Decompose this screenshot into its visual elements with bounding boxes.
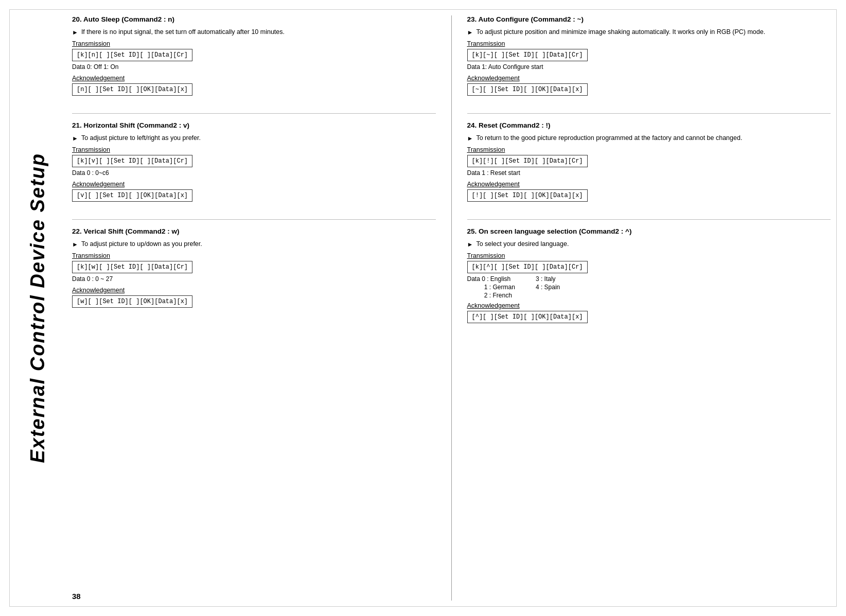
lang-data-0: Data 0 : English bbox=[467, 275, 515, 283]
section-24-transmission-label: Transmission bbox=[467, 146, 831, 153]
section-24-transmission-code: [k][!][ ][Set ID][ ][Data][Cr] bbox=[467, 155, 588, 167]
divider-23-24 bbox=[467, 113, 831, 114]
section-25-title: 25. On screen language selection (Comman… bbox=[467, 227, 831, 235]
lang-data-2: 2 : French bbox=[467, 292, 515, 299]
section-24-desc: ► To return to the good picture reproduc… bbox=[467, 133, 831, 143]
section-21-desc-text: To adjust picture to left/right as you p… bbox=[81, 133, 436, 143]
section-20-data-line: Data 0: Off 1: On bbox=[72, 63, 436, 71]
section-25-desc: ► To select your desired language. bbox=[467, 239, 831, 249]
section-23-desc: ► To adjust picture position and minimiz… bbox=[467, 27, 831, 37]
section-21-ack-code: [v][ ][Set ID][ ][OK][Data][x] bbox=[72, 189, 192, 202]
section-22-ack-code: [w][ ][Set ID][ ][OK][Data][x] bbox=[72, 295, 192, 308]
lang-data-1: 1 : German bbox=[467, 284, 515, 291]
section-21-transmission-code: [k][v][ ][Set ID][ ][Data][Cr] bbox=[72, 155, 192, 167]
right-column: 23. Auto Configure (Command2 : ~) ► To a… bbox=[452, 15, 831, 601]
section-23-transmission-code: [k][~][ ][Set ID][ ][Data][Cr] bbox=[467, 49, 588, 61]
section-24: 24. Reset (Command2 : !) ► To return to … bbox=[467, 121, 831, 204]
section-25-data: Data 0 : English 1 : German 2 : French 3… bbox=[467, 275, 831, 299]
section-24-ack-label: Acknowledgement bbox=[467, 181, 831, 188]
arrow-icon-21: ► bbox=[72, 134, 78, 143]
section-23-data-line: Data 1: Auto Configure start bbox=[467, 63, 831, 71]
section-21-data-line: Data 0 : 0~c6 bbox=[72, 169, 436, 177]
vertical-title: External Control Device Setup bbox=[9, 0, 66, 616]
section-22-ack-label: Acknowledgement bbox=[72, 287, 436, 294]
arrow-icon-25: ► bbox=[467, 240, 473, 249]
section-20-title: 20. Auto Sleep (Command2 : n) bbox=[72, 15, 436, 23]
section-20: 20. Auto Sleep (Command2 : n) ► If there… bbox=[72, 15, 436, 98]
section-22-desc-text: To adjust picture to up/down as you pref… bbox=[81, 239, 436, 249]
section-24-title: 24. Reset (Command2 : !) bbox=[467, 121, 831, 129]
section-21-transmission-label: Transmission bbox=[72, 146, 436, 153]
section-21-title: 21. Horizontal Shift (Command2 : v) bbox=[72, 121, 436, 129]
section-22-data-line: Data 0 : 0 ~ 27 bbox=[72, 275, 436, 283]
section-21: 21. Horizontal Shift (Command2 : v) ► To… bbox=[72, 121, 436, 204]
arrow-icon-24: ► bbox=[467, 134, 473, 143]
page-title-text: External Control Device Setup bbox=[27, 153, 49, 463]
lang-data-4: 4 : Spain bbox=[536, 284, 560, 291]
content-area: 20. Auto Sleep (Command2 : n) ► If there… bbox=[72, 15, 831, 601]
section-22-title: 22. Verical Shift (Command2 : w) bbox=[72, 227, 436, 235]
section-23-transmission-label: Transmission bbox=[467, 40, 831, 47]
section-22-transmission-label: Transmission bbox=[72, 252, 436, 259]
lang-col-2: 3 : Italy 4 : Spain bbox=[536, 275, 560, 299]
section-25-ack-label: Acknowledgement bbox=[467, 302, 831, 309]
left-column: 20. Auto Sleep (Command2 : n) ► If there… bbox=[72, 15, 452, 601]
section-25-transmission-code: [k][^][ ][Set ID][ ][Data][Cr] bbox=[467, 261, 588, 273]
section-25-ack-code: [^][ ][Set ID][ ][OK][Data][x] bbox=[467, 311, 588, 323]
section-20-desc: ► If there is no input signal, the set t… bbox=[72, 27, 436, 37]
section-20-transmission-code: [k][n][ ][Set ID][ ][Data][Cr] bbox=[72, 49, 192, 61]
divider-24-25 bbox=[467, 219, 831, 220]
section-20-transmission-label: Transmission bbox=[72, 40, 436, 47]
divider-20-21 bbox=[72, 113, 436, 114]
lang-col-1: Data 0 : English 1 : German 2 : French bbox=[467, 275, 515, 299]
section-22: 22. Verical Shift (Command2 : w) ► To ad… bbox=[72, 227, 436, 310]
section-20-ack-label: Acknowledgement bbox=[72, 75, 436, 82]
section-22-transmission-code: [k][w][ ][Set ID][ ][Data][Cr] bbox=[72, 261, 192, 273]
section-24-desc-text: To return to the good picture reproducti… bbox=[476, 133, 831, 143]
section-23-desc-text: To adjust picture position and minimize … bbox=[476, 27, 831, 37]
section-22-desc: ► To adjust picture to up/down as you pr… bbox=[72, 239, 436, 249]
section-25: 25. On screen language selection (Comman… bbox=[467, 227, 831, 325]
section-24-data-line: Data 1 : Reset start bbox=[467, 169, 831, 177]
two-column-layout: 20. Auto Sleep (Command2 : n) ► If there… bbox=[72, 15, 831, 601]
arrow-icon-22: ► bbox=[72, 240, 78, 249]
section-24-ack-code: [!][ ][Set ID][ ][OK][Data][x] bbox=[467, 189, 588, 202]
section-20-desc-text: If there is no input signal, the set tur… bbox=[81, 27, 436, 37]
section-23-title: 23. Auto Configure (Command2 : ~) bbox=[467, 15, 831, 23]
section-25-desc-text: To select your desired language. bbox=[476, 239, 831, 249]
section-25-transmission-label: Transmission bbox=[467, 252, 831, 259]
divider-21-22 bbox=[72, 219, 436, 220]
section-23-ack-label: Acknowledgement bbox=[467, 75, 831, 82]
arrow-icon-20: ► bbox=[72, 28, 78, 37]
section-20-ack-code: [n][ ][Set ID][ ][OK][Data][x] bbox=[72, 83, 192, 96]
section-21-desc: ► To adjust picture to left/right as you… bbox=[72, 133, 436, 143]
section-23: 23. Auto Configure (Command2 : ~) ► To a… bbox=[467, 15, 831, 98]
lang-data-3: 3 : Italy bbox=[536, 275, 560, 283]
section-21-ack-label: Acknowledgement bbox=[72, 181, 436, 188]
section-23-ack-code: [~][ ][Set ID][ ][OK][Data][x] bbox=[467, 83, 588, 96]
arrow-icon-23: ► bbox=[467, 28, 473, 37]
